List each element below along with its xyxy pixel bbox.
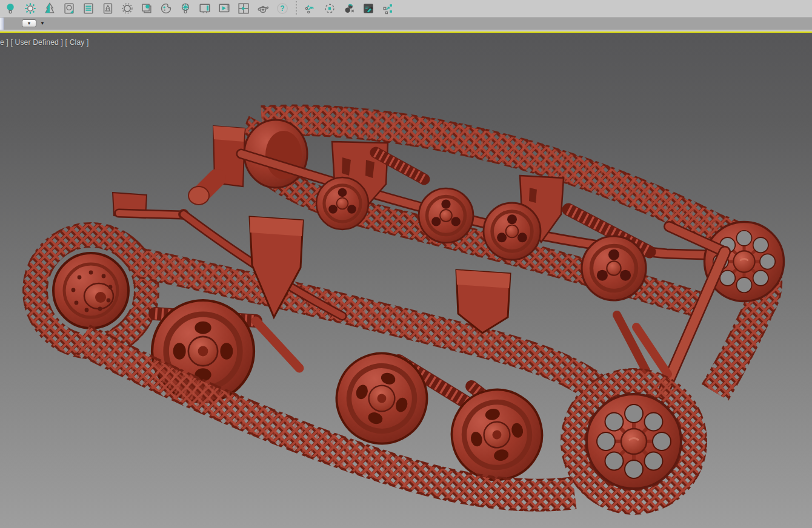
panel-brush-icon[interactable] bbox=[359, 1, 378, 16]
render-frame-window-icon[interactable] bbox=[196, 1, 214, 16]
main-toolbar: ? bbox=[0, 0, 812, 18]
scatter-convert-icon[interactable] bbox=[301, 1, 319, 16]
proxy-spheres-icon[interactable] bbox=[340, 1, 358, 16]
clay-model-scene[interactable] bbox=[0, 33, 812, 528]
swap-squares-icon[interactable] bbox=[379, 1, 397, 16]
perspective-viewport[interactable]: e ] [ User Defined ] [ Clay ] bbox=[0, 33, 812, 528]
sun-icon[interactable] bbox=[21, 1, 39, 16]
near-idler-wheel[interactable] bbox=[573, 381, 694, 502]
plant-page-icon[interactable] bbox=[99, 1, 117, 16]
tree-icon[interactable] bbox=[41, 1, 59, 16]
docked-panel-edge bbox=[0, 18, 4, 30]
flyout-caret-icon[interactable]: ▼ bbox=[40, 21, 45, 27]
layered-maps-icon[interactable] bbox=[138, 1, 156, 16]
bulb-gear-icon[interactable] bbox=[176, 1, 195, 16]
palette-icon[interactable] bbox=[157, 1, 175, 16]
drive-sprocket[interactable] bbox=[53, 253, 128, 328]
light-bulb-icon[interactable] bbox=[2, 1, 20, 16]
viewport-layout-icon[interactable] bbox=[235, 1, 253, 16]
render-preset-page-icon[interactable] bbox=[60, 1, 78, 16]
quick-access-bar: ▼ ▼ bbox=[0, 18, 812, 30]
render-teapot-icon[interactable] bbox=[254, 1, 272, 16]
toolbar-separator bbox=[295, 1, 298, 16]
3ds-max-window: ? ▼ ▼ bbox=[0, 0, 812, 528]
dropdown-button[interactable]: ▼ bbox=[22, 19, 36, 27]
svg-text:?: ? bbox=[280, 4, 284, 13]
help-icon[interactable]: ? bbox=[273, 1, 291, 16]
placement-target-icon[interactable] bbox=[321, 1, 339, 16]
document-lines-icon[interactable] bbox=[79, 1, 98, 16]
video-preview-icon[interactable] bbox=[215, 1, 233, 16]
ring-icon[interactable] bbox=[118, 1, 136, 16]
